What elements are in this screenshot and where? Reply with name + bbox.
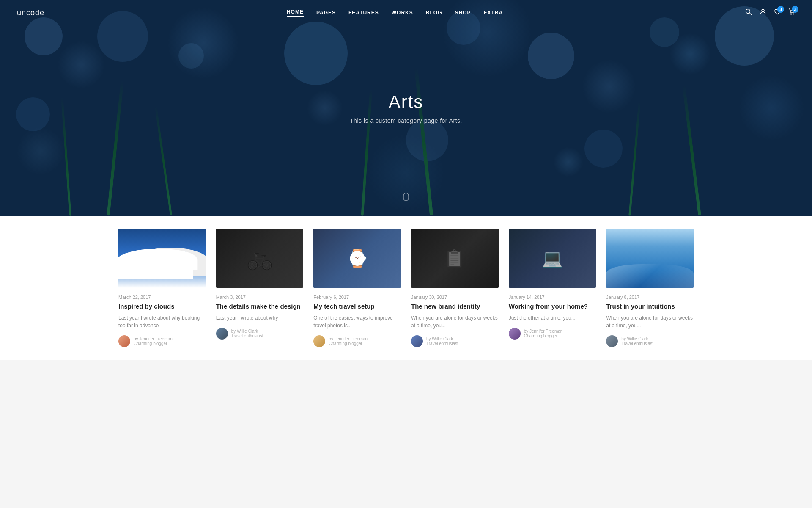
- hero-section: Arts This is a custom category page for …: [0, 0, 812, 216]
- post-date: March 22, 2017: [118, 295, 206, 300]
- post-title: The details make the design: [216, 302, 304, 311]
- post-card[interactable]: February 6, 2017 My tech travel setup On…: [313, 229, 401, 347]
- post-thumbnail: [216, 229, 304, 288]
- hero-content: Arts This is a custom category page for …: [350, 92, 462, 124]
- post-card[interactable]: March 3, 2017 The details make the desig…: [216, 229, 304, 347]
- posts-section: March 22, 2017 Inspired by clouds Last y…: [0, 216, 812, 360]
- post-card[interactable]: January 30, 2017 The new brand identity …: [411, 229, 499, 347]
- wishlist-button[interactable]: 3: [774, 8, 781, 17]
- author-info: by Jennifer Freeman Charming blogger: [134, 337, 173, 346]
- header-icons: 3 3: [745, 8, 795, 17]
- author-by-label: by Jennifer Freeman: [134, 337, 173, 341]
- author-info: by Jennifer Freeman Charming blogger: [329, 337, 368, 346]
- author-role: Travel enthusiast: [621, 341, 653, 346]
- author-avatar: [509, 328, 521, 340]
- svg-point-3: [790, 14, 791, 14]
- site-logo[interactable]: uncode: [17, 8, 44, 17]
- post-author: by Jennifer Freeman Charming blogger: [118, 335, 206, 347]
- nav-item-blog[interactable]: BLOG: [426, 10, 442, 16]
- author-by-label: by Willie Clark: [231, 329, 263, 334]
- post-card[interactable]: March 22, 2017 Inspired by clouds Last y…: [118, 229, 206, 347]
- search-button[interactable]: [745, 8, 752, 17]
- nav-item-works[interactable]: WORKS: [392, 10, 413, 16]
- author-role: Charming blogger: [134, 341, 173, 346]
- post-date: January 8, 2017: [606, 295, 694, 300]
- post-excerpt: Just the other at a time, you...: [509, 314, 596, 322]
- post-thumbnail: [411, 229, 499, 288]
- nav-item-pages[interactable]: PAGES: [316, 10, 336, 16]
- post-thumbnail: [118, 229, 206, 288]
- author-role: Travel enthusiast: [426, 341, 458, 346]
- author-by-label: by Willie Clark: [621, 337, 653, 341]
- svg-point-4: [793, 14, 793, 14]
- post-title: Inspired by clouds: [118, 302, 206, 311]
- author-info: by Willie Clark Travel enthusiast: [426, 337, 458, 346]
- svg-line-1: [749, 13, 752, 15]
- author-by-label: by Jennifer Freeman: [524, 329, 563, 334]
- post-card[interactable]: January 8, 2017 Trust in your intuitions…: [606, 229, 694, 347]
- hero-subtitle: This is a custom category page for Arts.: [350, 117, 462, 124]
- post-author: by Willie Clark Travel enthusiast: [411, 335, 499, 347]
- post-author: by Jennifer Freeman Charming blogger: [313, 335, 401, 347]
- post-title: Trust in your intuitions: [606, 302, 694, 311]
- svg-point-2: [762, 9, 764, 12]
- author-avatar: [606, 335, 618, 347]
- author-role: Charming blogger: [524, 334, 563, 338]
- hero-title: Arts: [350, 92, 462, 112]
- post-author: by Willie Clark Travel enthusiast: [606, 335, 694, 347]
- nav-item-features[interactable]: FEATURES: [348, 10, 379, 16]
- nav-item-shop[interactable]: SHOP: [455, 10, 471, 16]
- cart-button[interactable]: 3: [788, 8, 795, 17]
- post-thumbnail: [509, 229, 596, 288]
- cart-badge: 3: [792, 6, 798, 13]
- post-card[interactable]: January 14, 2017 Working from your home?…: [509, 229, 596, 347]
- nav-item-extra[interactable]: EXTRA: [483, 10, 503, 16]
- account-button[interactable]: [760, 8, 766, 17]
- post-excerpt: One of the easiest ways to improve trave…: [313, 314, 401, 329]
- author-role: Charming blogger: [329, 341, 368, 346]
- author-by-label: by Jennifer Freeman: [329, 337, 368, 341]
- author-by-label: by Willie Clark: [426, 337, 458, 341]
- main-nav: HOMEPAGESFEATURESWORKSBLOGSHOPEXTRA: [287, 9, 503, 17]
- author-avatar: [118, 335, 130, 347]
- post-excerpt: When you are alone for days or weeks at …: [606, 314, 694, 329]
- post-excerpt: Last year I wrote about why booking too …: [118, 314, 206, 329]
- author-info: by Jennifer Freeman Charming blogger: [524, 329, 563, 338]
- author-avatar: [411, 335, 423, 347]
- site-header: uncode HOMEPAGESFEATURESWORKSBLOGSHOPEXT…: [0, 0, 812, 25]
- svg-point-0: [746, 9, 750, 14]
- post-date: January 14, 2017: [509, 295, 596, 300]
- post-date: January 30, 2017: [411, 295, 499, 300]
- author-info: by Willie Clark Travel enthusiast: [621, 337, 653, 346]
- svg-rect-5: [403, 193, 409, 201]
- post-thumbnail: [606, 229, 694, 288]
- nav-item-home[interactable]: HOME: [287, 9, 304, 17]
- wishlist-badge: 3: [777, 6, 784, 13]
- posts-grid: March 22, 2017 Inspired by clouds Last y…: [110, 216, 702, 360]
- post-excerpt: When you are alone for days or weeks at …: [411, 314, 499, 329]
- post-title: The new brand identity: [411, 302, 499, 311]
- post-author: by Jennifer Freeman Charming blogger: [509, 328, 596, 340]
- post-title: My tech travel setup: [313, 302, 401, 311]
- post-thumbnail: [313, 229, 401, 288]
- author-role: Travel enthusiast: [231, 334, 263, 338]
- author-avatar: [313, 335, 325, 347]
- scroll-indicator[interactable]: [403, 193, 409, 203]
- post-date: March 3, 2017: [216, 295, 304, 300]
- post-author: by Willie Clark Travel enthusiast: [216, 328, 304, 340]
- post-excerpt: Last year I wrote about why: [216, 314, 304, 322]
- author-info: by Willie Clark Travel enthusiast: [231, 329, 263, 338]
- author-avatar: [216, 328, 228, 340]
- post-title: Working from your home?: [509, 302, 596, 311]
- post-date: February 6, 2017: [313, 295, 401, 300]
